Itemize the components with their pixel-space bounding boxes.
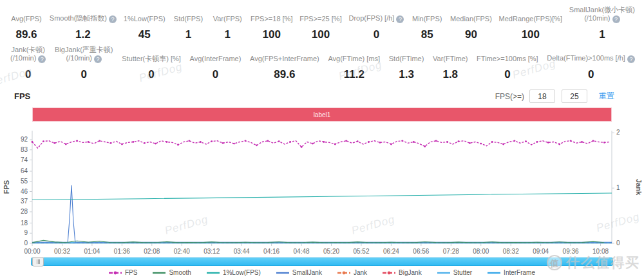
svg-text:05:20: 05:20 bbox=[323, 248, 339, 255]
reset-link[interactable]: 重置 bbox=[599, 91, 614, 102]
svg-text:2: 2 bbox=[616, 129, 620, 136]
legend-marker-icon bbox=[109, 270, 122, 275]
series-fps bbox=[32, 141, 610, 148]
fps-threshold-controls: FPS(>=) 重置 bbox=[495, 89, 614, 103]
stat-1%low-fps-: 1%Low(FPS)45 bbox=[124, 5, 166, 41]
series-smooth bbox=[32, 240, 604, 243]
stat-value: 1.8 bbox=[442, 68, 458, 81]
svg-text:08:00: 08:00 bbox=[473, 248, 489, 255]
svg-text:55: 55 bbox=[21, 178, 28, 185]
svg-text:28: 28 bbox=[21, 208, 28, 215]
stat-var-ftime-: Var(FTime)1.8 bbox=[433, 45, 468, 81]
svg-text:06:56: 06:56 bbox=[413, 248, 429, 255]
stat-value: 1 bbox=[225, 28, 231, 41]
svg-text:04:16: 04:16 bbox=[263, 248, 279, 255]
legend-label: SmallJank bbox=[292, 269, 322, 276]
stat-value: 100 bbox=[312, 28, 330, 41]
stat-median-fps-: Median(FPS)90 bbox=[450, 5, 492, 41]
legend-item-interframe[interactable]: InterFrame bbox=[488, 269, 535, 276]
help-icon[interactable]: ? bbox=[627, 55, 635, 63]
help-icon[interactable]: ? bbox=[38, 55, 46, 63]
stats-row-1: Avg(FPS)89.6Smooth(隐帧指数)?1.21%Low(FPS)45… bbox=[10, 5, 635, 41]
help-icon[interactable]: ? bbox=[94, 55, 102, 63]
fps-section-title: FPS bbox=[14, 91, 30, 101]
svg-text:9: 9 bbox=[24, 229, 28, 236]
stat-value: 0 bbox=[148, 68, 154, 81]
stat-value: 0 bbox=[504, 68, 510, 81]
legend-marker-icon bbox=[153, 270, 166, 275]
stat-stutter-%-: Stutter(卡顿率) [%]0 bbox=[122, 45, 181, 81]
stat-label: Avg(InterFrame) bbox=[190, 55, 242, 63]
legend-item-stutter[interactable]: Stutter bbox=[437, 269, 472, 276]
svg-text:02:08: 02:08 bbox=[144, 248, 160, 255]
legend-item-jank[interactable]: Jank bbox=[337, 269, 367, 276]
legend-item-smooth[interactable]: Smooth bbox=[153, 269, 191, 276]
stat-label: (/10min)? bbox=[66, 54, 102, 63]
legend-marker-icon bbox=[383, 270, 395, 275]
stat-value: 90 bbox=[465, 28, 477, 41]
legend-label: FPS bbox=[125, 269, 137, 276]
stat-drop-fps-h-: Drop(FPS) [/h]?0 bbox=[349, 5, 404, 41]
svg-text:01:04: 01:04 bbox=[84, 248, 100, 255]
legend-marker-icon bbox=[276, 270, 289, 275]
stat-value: 45 bbox=[138, 28, 151, 41]
legend-marker-icon bbox=[488, 270, 500, 275]
svg-text:08:32: 08:32 bbox=[503, 248, 519, 255]
legend-item-smalljank[interactable]: SmallJank bbox=[276, 269, 322, 276]
perfdog-report-page: Avg(FPS)89.6Smooth(隐帧指数)?1.21%Low(FPS)45… bbox=[0, 0, 644, 280]
stat-value: 0 bbox=[374, 28, 379, 41]
stat-label: Drop(FPS) [/h]? bbox=[349, 14, 404, 23]
stat-label: Stutter(卡顿率) [%] bbox=[122, 55, 181, 63]
legend-item-1%low-fps-[interactable]: 1%Low(FPS) bbox=[207, 269, 261, 276]
fps-threshold-input-2[interactable] bbox=[562, 89, 587, 103]
stat-label: MedRange(FPS)[%] bbox=[499, 15, 562, 23]
help-icon[interactable]: ? bbox=[109, 15, 117, 23]
legend-label: BigJank bbox=[399, 269, 422, 276]
legend-marker-icon bbox=[207, 270, 220, 275]
legend-label: 1%Low(FPS) bbox=[223, 269, 261, 276]
legend-item-bigjank[interactable]: BigJank bbox=[383, 269, 422, 276]
stat-value: 0 bbox=[25, 68, 31, 81]
stat-label: Smooth(隐帧指数)? bbox=[50, 14, 117, 23]
stat-label: FTime>=100ms [%] bbox=[477, 55, 538, 63]
stat-label: (/10min)? bbox=[10, 54, 46, 63]
svg-text:74: 74 bbox=[21, 156, 28, 163]
stat-label: FPS>=18 [%] bbox=[251, 15, 292, 23]
stat-label: Median(FPS) bbox=[450, 15, 492, 23]
help-icon[interactable]: ? bbox=[396, 15, 404, 23]
stat-value: 1 bbox=[185, 28, 191, 41]
fps-chart-svg: 09182837465564748392012FPSJank00:0000:32… bbox=[0, 124, 644, 261]
help-icon[interactable]: ? bbox=[612, 15, 620, 23]
chart-scrollbar-handle[interactable] bbox=[32, 257, 44, 266]
stat-var-fps-: Var(FPS)1 bbox=[211, 5, 243, 41]
svg-text:06:24: 06:24 bbox=[383, 248, 399, 255]
svg-text:FPS: FPS bbox=[3, 180, 10, 194]
svg-text:04:48: 04:48 bbox=[294, 248, 310, 255]
series-1-low-fps- bbox=[32, 193, 612, 200]
stat-value: 89.6 bbox=[274, 68, 295, 81]
stat-value: 0 bbox=[81, 68, 87, 81]
stat-label: 1%Low(FPS) bbox=[124, 15, 166, 23]
stat-value: 1 bbox=[599, 28, 605, 41]
svg-text:03:44: 03:44 bbox=[234, 248, 250, 255]
fps-threshold-input-1[interactable] bbox=[529, 89, 555, 103]
stat-jank-: Jank(卡顿)(/10min)?0 bbox=[10, 45, 46, 81]
stat-avg-fps-: Avg(FPS)89.6 bbox=[10, 5, 43, 41]
stat-label: Delta(FTime)>100ms [/h]? bbox=[547, 54, 635, 63]
stat-avg-interframe-: Avg(InterFrame)0 bbox=[190, 45, 242, 81]
svg-text:18: 18 bbox=[21, 219, 28, 227]
stat-delta-ftime-100ms-h-: Delta(FTime)>100ms [/h]?0 bbox=[547, 45, 635, 81]
stat-label: Std(FTime) bbox=[389, 55, 424, 63]
stat-value: 1.2 bbox=[75, 28, 91, 41]
stat-value: 11.2 bbox=[344, 68, 365, 81]
chart-scrollbar-track[interactable] bbox=[31, 257, 613, 266]
stat-label: Std(FPS) bbox=[174, 15, 203, 23]
svg-text:83: 83 bbox=[21, 146, 28, 153]
stat-value: 100 bbox=[522, 28, 540, 41]
svg-text:10:08: 10:08 bbox=[592, 248, 609, 255]
stat-avg-ftime-ms-: Avg(FTime) [ms]11.2 bbox=[328, 45, 380, 81]
legend-item-fps[interactable]: FPS bbox=[109, 269, 137, 276]
svg-text:05:52: 05:52 bbox=[353, 248, 369, 255]
stat-smalljank-: SmallJank(微小卡顿)(/10min)?1 bbox=[569, 5, 635, 41]
svg-text:92: 92 bbox=[21, 136, 28, 143]
